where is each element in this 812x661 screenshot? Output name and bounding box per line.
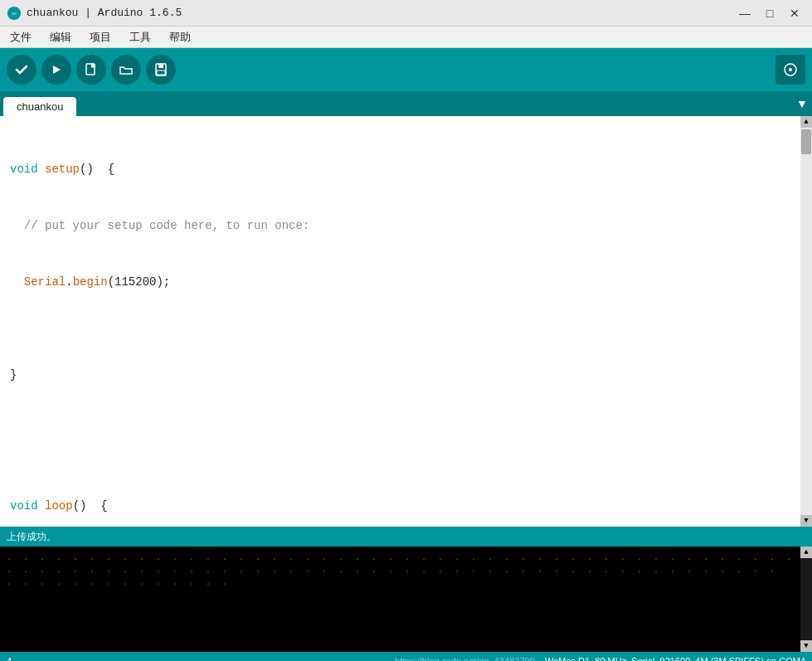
window-title: chuankou | Arduino 1.6.5 — [27, 7, 182, 19]
menu-file[interactable]: 文件 — [5, 28, 36, 46]
minimize-button[interactable]: — — [734, 4, 756, 22]
svg-text:∞: ∞ — [12, 9, 17, 17]
console-dots-2: . . . . . . . . . . . . . . — [7, 576, 795, 589]
tab-chuankou[interactable]: chuankou — [3, 97, 76, 116]
svg-rect-5 — [158, 64, 163, 68]
svg-rect-6 — [157, 70, 165, 75]
save-icon — [153, 62, 168, 77]
board-info-text: WeMos D1, 80 MHz, Serial, 921600, 4M (3M… — [545, 656, 805, 661]
close-button[interactable]: ✕ — [784, 4, 805, 22]
menu-help[interactable]: 帮助 — [164, 28, 196, 46]
serial-monitor-icon — [783, 62, 798, 77]
save-button[interactable] — [146, 55, 176, 85]
code-line-8: void loop() { — [10, 497, 790, 516]
console-dots-1: . . . . . . . . . . . . . . . . . . . . … — [7, 552, 795, 576]
title-left: ∞ chuankou | Arduino 1.6.5 — [7, 6, 182, 21]
code-line-5: } — [10, 366, 790, 385]
serial-monitor-button[interactable] — [776, 55, 805, 85]
console-scrollbar[interactable]: ▲ ▼ — [800, 547, 812, 652]
menu-bar: 文件 编辑 项目 工具 帮助 — [0, 27, 812, 48]
scroll-up-button[interactable]: ▲ — [800, 116, 812, 128]
bottom-bar: 4 https://blog.csdn.net/qq_43482790 WeMo… — [0, 652, 812, 661]
code-line-1: void setup() { — [10, 160, 790, 179]
upload-icon — [49, 62, 64, 77]
menu-project[interactable]: 项目 — [85, 28, 116, 46]
title-bar: ∞ chuankou | Arduino 1.6.5 — □ ✕ — [0, 0, 812, 27]
code-area[interactable]: void setup() { // put your setup code he… — [0, 116, 800, 527]
open-icon — [119, 62, 134, 77]
csdn-link[interactable]: https://blog.csdn.net/qq_43482790 — [395, 656, 535, 661]
open-button[interactable] — [111, 55, 141, 85]
arduino-logo-icon: ∞ — [7, 6, 22, 21]
toolbar — [0, 48, 812, 91]
svg-marker-2 — [53, 66, 61, 74]
scroll-down-button[interactable]: ▼ — [800, 515, 812, 527]
console-content: . . . . . . . . . . . . . . . . . . . . … — [0, 547, 812, 594]
title-controls: — □ ✕ — [734, 4, 805, 22]
status-bar: 上传成功。 — [0, 527, 812, 547]
tab-dropdown-button[interactable]: ▼ — [792, 91, 812, 116]
verify-button[interactable] — [7, 55, 36, 85]
verify-icon — [14, 62, 29, 77]
editor-scrollbar[interactable]: ▲ ▼ — [800, 116, 812, 527]
code-line-2: // put your setup code here, to run once… — [10, 216, 790, 236]
scroll-thumb[interactable] — [801, 129, 811, 154]
editor-container: void setup() { // put your setup code he… — [0, 116, 812, 527]
line-number: 4 — [7, 656, 12, 661]
new-icon — [84, 62, 99, 77]
console-container: . . . . . . . . . . . . . . . . . . . . … — [0, 547, 812, 652]
new-button[interactable] — [76, 55, 106, 85]
code-line-3: Serial.begin(115200); — [10, 273, 790, 292]
svg-point-8 — [789, 68, 792, 71]
status-message: 上传成功。 — [7, 530, 56, 544]
menu-edit[interactable]: 编辑 — [45, 28, 76, 46]
upload-button[interactable] — [41, 55, 71, 85]
maximize-button[interactable]: □ — [759, 4, 780, 22]
console-scroll-down[interactable]: ▼ — [800, 640, 812, 652]
board-info: https://blog.csdn.net/qq_43482790 WeMos … — [395, 656, 805, 661]
menu-tools[interactable]: 工具 — [124, 28, 156, 46]
tab-bar: chuankou ▼ — [0, 91, 812, 116]
console-scroll-up[interactable]: ▲ — [800, 547, 812, 558]
